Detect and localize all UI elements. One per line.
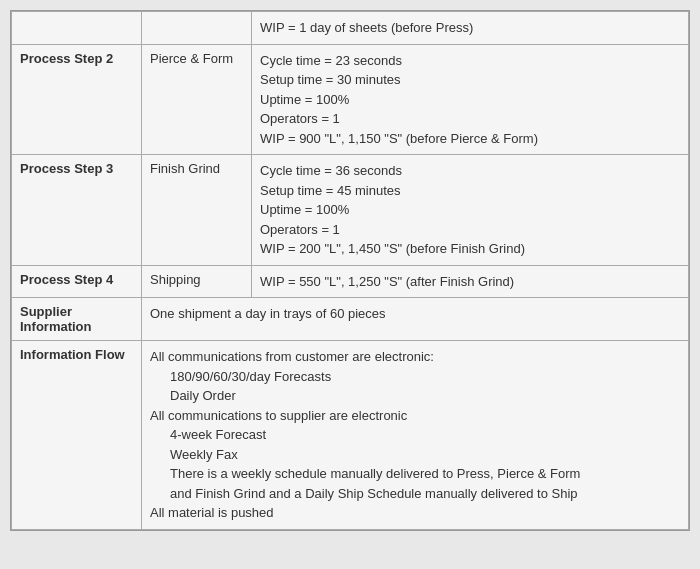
row-content: Cycle time = 23 seconds Setup time = 30 … xyxy=(252,44,689,155)
step-sublabel: Pierce & Form xyxy=(150,51,233,66)
content-line: Setup time = 45 minutes xyxy=(260,181,680,201)
row-sublabel: Shipping xyxy=(142,265,252,298)
step-label: Information Flow xyxy=(20,347,125,362)
row-content: WIP = 550 "L", 1,250 "S" (after Finish G… xyxy=(252,265,689,298)
content-line: Operators = 1 xyxy=(260,109,680,129)
row-sublabel: Pierce & Form xyxy=(142,44,252,155)
step-sublabel: Finish Grind xyxy=(150,161,220,176)
main-table-container: WIP = 1 day of sheets (before Press) Pro… xyxy=(10,10,690,531)
content-line: Cycle time = 36 seconds xyxy=(260,161,680,181)
content-line: and Finish Grind and a Daily Ship Schedu… xyxy=(150,484,680,504)
content-line: Uptime = 100% xyxy=(260,200,680,220)
content-line: 4-week Forecast xyxy=(150,425,680,445)
table-row: Process Step 4 Shipping WIP = 550 "L", 1… xyxy=(12,265,689,298)
row-label: Process Step 2 xyxy=(12,44,142,155)
content-line: One shipment a day in trays of 60 pieces xyxy=(150,304,680,324)
content-line: There is a weekly schedule manually deli… xyxy=(150,464,680,484)
content-line: WIP = 200 "L", 1,450 "S" (before Finish … xyxy=(260,239,680,259)
table-row: Process Step 2 Pierce & Form Cycle time … xyxy=(12,44,689,155)
content-line: All communications from customer are ele… xyxy=(150,347,680,367)
step-label: Process Step 3 xyxy=(20,161,113,176)
row-sublabel xyxy=(142,12,252,45)
row-label: Information Flow xyxy=(12,341,142,530)
row-sublabel: Finish Grind xyxy=(142,155,252,266)
row-label xyxy=(12,12,142,45)
content-line: WIP = 550 "L", 1,250 "S" (after Finish G… xyxy=(260,272,680,292)
content-line: Weekly Fax xyxy=(150,445,680,465)
table-row: WIP = 1 day of sheets (before Press) xyxy=(12,12,689,45)
step-label: Process Step 2 xyxy=(20,51,113,66)
step-label: Process Step 4 xyxy=(20,272,113,287)
row-content: WIP = 1 day of sheets (before Press) xyxy=(252,12,689,45)
content-line: WIP = 900 "L", 1,150 "S" (before Pierce … xyxy=(260,129,680,149)
content-line: 180/90/60/30/day Forecasts xyxy=(150,367,680,387)
table-row: SupplierInformation One shipment a day i… xyxy=(12,298,689,341)
content-line: Uptime = 100% xyxy=(260,90,680,110)
row-content: Cycle time = 36 seconds Setup time = 45 … xyxy=(252,155,689,266)
step-label: SupplierInformation xyxy=(20,304,92,334)
content-line: Operators = 1 xyxy=(260,220,680,240)
content-line: Setup time = 30 minutes xyxy=(260,70,680,90)
step-sublabel: Shipping xyxy=(150,272,201,287)
table-row: Information Flow All communications from… xyxy=(12,341,689,530)
row-label: SupplierInformation xyxy=(12,298,142,341)
content-line: All material is pushed xyxy=(150,503,680,523)
row-label: Process Step 3 xyxy=(12,155,142,266)
content-line: Cycle time = 23 seconds xyxy=(260,51,680,71)
table-row: Process Step 3 Finish Grind Cycle time =… xyxy=(12,155,689,266)
content-line: All communications to supplier are elect… xyxy=(150,406,680,426)
row-label: Process Step 4 xyxy=(12,265,142,298)
row-content: All communications from customer are ele… xyxy=(142,341,689,530)
row-content: One shipment a day in trays of 60 pieces xyxy=(142,298,689,341)
content-line: Daily Order xyxy=(150,386,680,406)
